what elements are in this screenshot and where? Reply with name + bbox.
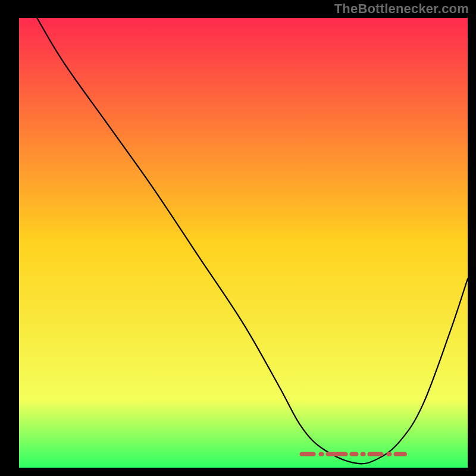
watermark-text: TheBottlenecker.com xyxy=(334,1,469,17)
chart-stage: TheBottlenecker.com xyxy=(0,0,476,476)
gradient-background xyxy=(19,18,468,468)
chart-svg xyxy=(0,0,476,476)
